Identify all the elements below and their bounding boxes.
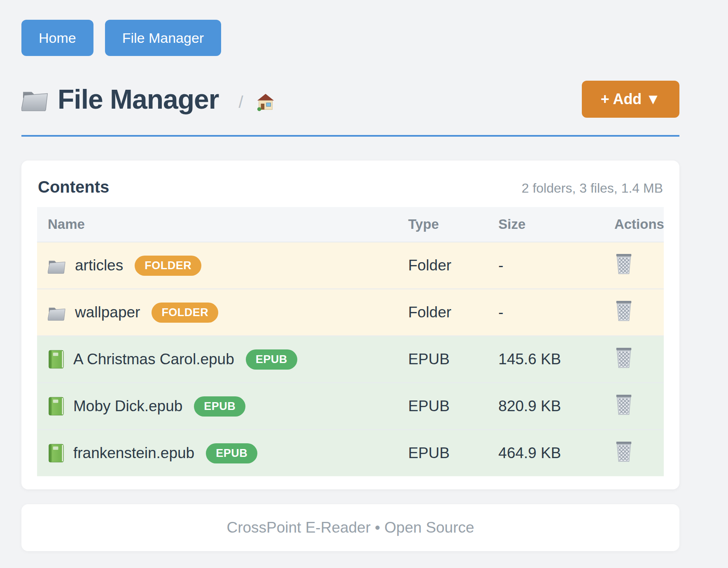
column-header-name: Name xyxy=(37,207,397,242)
file-table: Name Type Size Actions articles FOLDER xyxy=(37,207,664,476)
contents-heading: Contents xyxy=(38,178,109,196)
trash-icon xyxy=(614,441,633,462)
trash-icon xyxy=(614,300,633,321)
breadcrumb-separator: / xyxy=(238,93,243,112)
column-header-type: Type xyxy=(397,207,488,242)
page-title: File Manager xyxy=(58,84,219,115)
page-header: File Manager / + Add ▼ xyxy=(21,81,679,118)
table-row: Moby Dick.epub EPUB EPUB 820.9 KB xyxy=(37,383,664,430)
footer: CrossPoint E-Reader • Open Source xyxy=(21,504,679,551)
type-badge: FOLDER xyxy=(135,256,201,276)
trash-icon xyxy=(614,347,633,368)
book-icon xyxy=(48,349,64,369)
file-size: 145.6 KB xyxy=(488,336,604,383)
file-type: EPUB xyxy=(397,430,488,476)
folder-icon xyxy=(48,305,66,321)
column-header-size: Size xyxy=(488,207,604,242)
file-size: - xyxy=(488,242,604,289)
page: Home File Manager File Manager / + Add ▼… xyxy=(0,0,728,568)
file-size: - xyxy=(488,289,604,336)
delete-button[interactable] xyxy=(614,253,633,275)
trash-icon xyxy=(614,394,633,415)
file-name-link[interactable]: wallpaper xyxy=(75,304,140,321)
file-name-link[interactable]: articles xyxy=(75,257,123,274)
nav-file-manager-button[interactable]: File Manager xyxy=(105,20,221,56)
footer-text: CrossPoint E-Reader • Open Source xyxy=(226,519,474,536)
accent-divider xyxy=(21,135,679,137)
file-name-link[interactable]: Moby Dick.epub xyxy=(73,398,182,415)
nav-home-button[interactable]: Home xyxy=(21,20,93,56)
book-icon xyxy=(48,443,64,463)
file-name-link[interactable]: A Christmas Carol.epub xyxy=(73,351,234,368)
book-icon xyxy=(48,396,64,416)
table-row: A Christmas Carol.epub EPUB EPUB 145.6 K… xyxy=(37,336,664,383)
file-type: EPUB xyxy=(397,336,488,383)
delete-button[interactable] xyxy=(614,441,633,462)
file-type: Folder xyxy=(397,289,488,336)
type-badge: EPUB xyxy=(194,396,245,417)
file-size: 820.9 KB xyxy=(488,383,604,430)
house-icon[interactable] xyxy=(257,93,275,111)
trash-icon xyxy=(614,253,633,275)
file-type: Folder xyxy=(397,242,488,289)
type-badge: EPUB xyxy=(206,443,257,463)
contents-summary: 2 folders, 3 files, 1.4 MB xyxy=(522,181,663,196)
contents-card: Contents 2 folders, 3 files, 1.4 MB Name… xyxy=(21,161,679,489)
top-nav: Home File Manager xyxy=(21,20,679,56)
add-button[interactable]: + Add ▼ xyxy=(582,81,679,118)
file-size: 464.9 KB xyxy=(488,430,604,476)
delete-button[interactable] xyxy=(614,300,633,321)
type-badge: FOLDER xyxy=(152,303,218,323)
folder-icon xyxy=(21,87,49,111)
folder-icon xyxy=(48,258,66,274)
table-row: articles FOLDER Folder - xyxy=(37,242,664,289)
table-row: wallpaper FOLDER Folder - xyxy=(37,289,664,336)
table-header-row: Name Type Size Actions xyxy=(37,207,664,242)
file-type: EPUB xyxy=(397,383,488,430)
file-name-link[interactable]: frankenstein.epub xyxy=(73,445,194,462)
column-header-actions: Actions xyxy=(604,207,664,242)
delete-button[interactable] xyxy=(614,394,633,415)
table-row: frankenstein.epub EPUB EPUB 464.9 KB xyxy=(37,430,664,476)
delete-button[interactable] xyxy=(614,347,633,368)
type-badge: EPUB xyxy=(246,349,297,370)
